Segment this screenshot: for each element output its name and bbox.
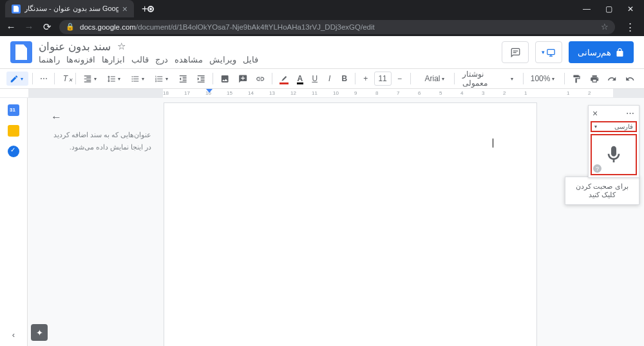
lock-icon: 🔒: [66, 23, 75, 31]
menu-addons[interactable]: افزونه‌ها: [66, 55, 95, 64]
underline-button[interactable]: U: [308, 72, 321, 86]
document-title[interactable]: سند بدون عنوان: [39, 41, 111, 53]
toolbar: ⋯ T✕ A U I B + 11 − Arial نوشتار معمولی …: [0, 68, 644, 89]
lock-icon: [615, 48, 625, 57]
menu-format[interactable]: قالب: [131, 55, 149, 64]
reload-button[interactable]: ⟳: [41, 21, 53, 33]
italic-button[interactable]: I: [323, 72, 336, 86]
docs-favicon: [12, 5, 21, 14]
paragraph-style-select[interactable]: نوشتار معمولی: [459, 72, 519, 86]
highlighter-icon: [279, 75, 288, 82]
link-icon: [256, 74, 265, 84]
minimize-button[interactable]: —: [582, 5, 591, 14]
text-cursor: [493, 139, 493, 148]
maximize-button[interactable]: ▢: [604, 5, 613, 14]
hide-side-panel-button[interactable]: ‹: [12, 330, 15, 340]
back-button[interactable]: ←: [5, 21, 17, 32]
url-text: docs.google.com/document/d/1B4olOkYOsa7-…: [80, 23, 375, 31]
voice-tooltip: برای صحبت کردن کلیک کنید: [565, 177, 639, 205]
highlight-color-button[interactable]: [276, 72, 291, 86]
indent-marker[interactable]: [206, 89, 213, 93]
chrome-menu-icon[interactable]: ⋮: [621, 21, 639, 33]
decrease-font-button[interactable]: −: [393, 72, 406, 86]
keep-icon[interactable]: [8, 125, 19, 137]
bullet-list-button[interactable]: [128, 72, 149, 86]
menu-edit[interactable]: ویرایش: [209, 55, 236, 64]
outline-placeholder: عنوان‌هایی که به سند اضافه کردید در اینج…: [51, 124, 151, 153]
numbered-list-button[interactable]: [151, 72, 173, 86]
font-family-select[interactable]: Arial: [414, 72, 450, 86]
redo-button[interactable]: [604, 72, 620, 86]
insert-link-button[interactable]: [252, 72, 268, 86]
increase-indent-button[interactable]: [193, 72, 209, 86]
insert-comment-button[interactable]: [235, 72, 251, 86]
bookmark-star-icon[interactable]: ☆: [601, 22, 609, 32]
docs-home-icon[interactable]: [10, 41, 32, 63]
menu-tools[interactable]: ابزارها: [102, 55, 125, 64]
pencil-icon: [10, 74, 19, 84]
window-controls: — ▢ ✕: [573, 5, 644, 14]
close-tab-icon[interactable]: ×: [122, 4, 128, 14]
line-spacing-button[interactable]: [104, 72, 126, 86]
indent-decrease-icon: [178, 74, 187, 84]
present-icon: [546, 48, 556, 57]
outline-panel: ← عنوان‌هایی که به سند اضافه کردید در ای…: [51, 111, 151, 153]
bold-button[interactable]: B: [338, 72, 351, 86]
text-color-button[interactable]: A: [294, 72, 307, 86]
more-button[interactable]: ⋯: [37, 72, 51, 86]
print-button[interactable]: [587, 72, 602, 86]
indent-increase-icon: [196, 74, 205, 84]
svg-rect-0: [547, 49, 554, 54]
comment-icon: [511, 48, 520, 57]
image-icon: [220, 74, 229, 84]
microphone-icon: [603, 140, 624, 169]
docs-header: هم‌رسانی ▾ ☆ سند بدون عنوان فایل ویرایش …: [0, 36, 644, 68]
mode-button[interactable]: [6, 72, 28, 86]
explore-button[interactable]: [31, 324, 48, 341]
menu-insert[interactable]: درج: [155, 55, 168, 64]
print-icon: [590, 74, 599, 84]
numbered-list-icon: [155, 74, 164, 84]
calendar-icon[interactable]: [8, 104, 19, 116]
menu-view[interactable]: مشاهده: [175, 55, 203, 64]
address-bar: ← → ⟳ 🔒 docs.google.com/document/d/1B4ol…: [0, 17, 644, 36]
add-comment-icon: [238, 74, 247, 84]
paint-format-button[interactable]: [569, 72, 584, 86]
share-button[interactable]: هم‌رسانی: [569, 41, 634, 63]
voice-language-select[interactable]: ▾ فارسی: [591, 121, 637, 132]
profile-icon[interactable]: [147, 6, 154, 12]
undo-button[interactable]: [622, 72, 638, 86]
star-document-icon[interactable]: ☆: [117, 41, 126, 52]
close-window-button[interactable]: ✕: [626, 5, 635, 14]
menu-file[interactable]: فایل: [243, 55, 258, 64]
clear-formatting-button[interactable]: T✕: [59, 72, 71, 86]
new-tab-button[interactable]: +: [142, 3, 147, 15]
page[interactable]: [164, 102, 537, 346]
bullet-list-icon: [131, 74, 140, 84]
menu-help[interactable]: راهنما: [39, 55, 60, 64]
voice-close-button[interactable]: ×: [592, 108, 598, 119]
ruler[interactable]: 18171615141312111098765432112: [0, 89, 644, 98]
forward-button: →: [23, 21, 35, 32]
decrease-indent-button[interactable]: [175, 72, 191, 86]
outline-collapse-icon[interactable]: ←: [51, 111, 62, 124]
tasks-icon[interactable]: [8, 146, 19, 157]
browser-tab[interactable]: سند بدون عنوان - سندنگار Google ×: [5, 0, 134, 17]
browser-tab-strip: سند بدون عنوان - سندنگار Google × + — ▢ …: [0, 0, 644, 17]
voice-more-button[interactable]: ⋯: [626, 108, 635, 119]
document-canvas[interactable]: ← عنوان‌هایی که به سند اضافه کردید در ای…: [27, 98, 644, 346]
insert-image-button[interactable]: [217, 72, 232, 86]
align-button[interactable]: [80, 72, 102, 86]
font-size-field[interactable]: 11: [374, 72, 392, 86]
paint-roller-icon: [572, 74, 581, 84]
comment-history-button[interactable]: [502, 41, 529, 63]
menu-bar: فایل ویرایش مشاهده درج قالب ابزارها افزو…: [39, 55, 258, 64]
tab-title: سند بدون عنوان - سندنگار Google: [24, 5, 118, 13]
voice-mic-button[interactable]: ?: [591, 134, 637, 175]
present-button[interactable]: ▾: [535, 41, 562, 63]
increase-font-button[interactable]: +: [359, 72, 372, 86]
zoom-select[interactable]: 100%: [527, 72, 560, 86]
redo-icon: [607, 74, 616, 84]
voice-help-icon[interactable]: ?: [593, 164, 601, 173]
url-field[interactable]: 🔒 docs.google.com/document/d/1B4olOkYOsa…: [59, 20, 615, 34]
